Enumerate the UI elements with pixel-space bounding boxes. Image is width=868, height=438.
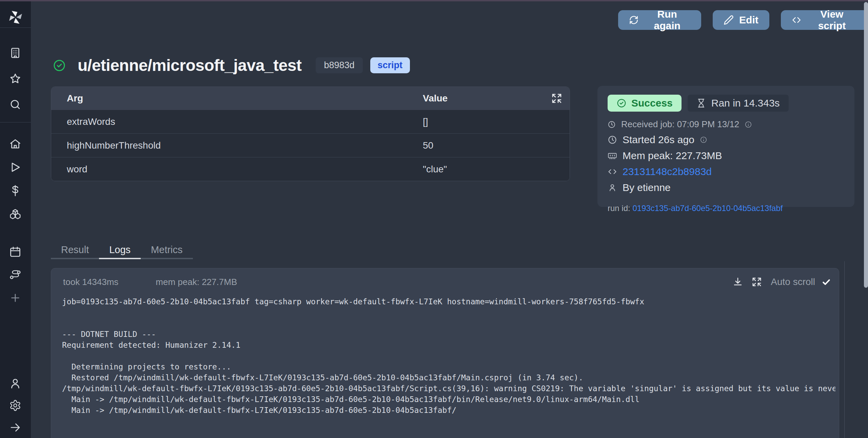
hash-badge: b8983d: [316, 57, 362, 73]
resources-boxes-icon[interactable]: [9, 208, 21, 220]
favorites-star-icon[interactable]: [9, 73, 21, 85]
clock-icon: [608, 135, 617, 145]
add-plus-icon[interactable]: [9, 292, 21, 304]
mem-peak-row: Mem peak: 227.73MB: [608, 150, 844, 161]
user-icon[interactable]: [9, 377, 21, 389]
status-card: Success Ran in 14.343s Received job: 07:…: [597, 86, 854, 207]
runs-play-icon[interactable]: [9, 161, 21, 173]
log-took: took 14343ms: [63, 277, 118, 287]
sidebar: [0, 1, 31, 438]
arg-value: []: [423, 116, 570, 127]
run-id-row: run id: 0193c135-ab7d-60e5-2b10-04b5ac13…: [608, 204, 844, 213]
received-row: Received job: 07:09 PM 13/12: [608, 119, 844, 130]
sidebar-divider: [0, 27, 31, 28]
run-again-button[interactable]: Run again: [618, 10, 701, 30]
expand-table-icon[interactable]: [551, 93, 562, 104]
page-scrollbar[interactable]: [864, 2, 868, 288]
table-row: word "clue": [51, 157, 570, 181]
log-header: took 14343ms mem peak: 227.7MB Auto scro…: [51, 268, 839, 287]
code-icon: [608, 167, 617, 176]
auto-scroll-label: Auto scroll: [771, 277, 815, 287]
run-again-label: Run again: [644, 8, 690, 32]
tab-result[interactable]: Result: [51, 242, 99, 259]
status-badge: Success: [608, 95, 682, 112]
info-icon[interactable]: [745, 121, 752, 128]
result-tabs: Result Logs Metrics: [51, 242, 193, 259]
script-hash-row: 23131148c2b8983d: [608, 166, 844, 177]
tab-metrics[interactable]: Metrics: [141, 242, 193, 259]
windmill-logo[interactable]: [8, 10, 23, 24]
arg-value: "clue": [423, 164, 570, 175]
window-top-strip: [0, 0, 868, 1]
pencil-icon: [724, 15, 734, 25]
variables-dollar-icon[interactable]: [9, 185, 21, 197]
duration-chip: Ran in 14.343s: [688, 95, 789, 112]
memory-icon: [608, 151, 617, 160]
check-circle-icon: [616, 98, 627, 108]
workers-route-icon[interactable]: [9, 269, 21, 281]
auto-scroll-toggle[interactable]: Auto scroll: [771, 277, 831, 287]
table-row: highNumberThreshold 50: [51, 133, 570, 157]
script-kind-badge: script: [370, 57, 410, 73]
col-arg: Arg: [51, 93, 423, 104]
info-icon[interactable]: [700, 136, 707, 144]
edit-label: Edit: [739, 14, 758, 26]
run-id-link[interactable]: 0193c135-ab7d-60e5-2b10-04b5ac13fabf: [632, 204, 783, 213]
check-icon: [821, 277, 831, 287]
refresh-icon: [629, 15, 638, 25]
success-check-icon: [53, 59, 66, 72]
arg-value: 50: [423, 140, 570, 151]
log-output[interactable]: job=0193c135-ab7d-60e5-2b10-04b5ac13fabf…: [62, 296, 835, 438]
download-icon[interactable]: [733, 277, 743, 287]
run-id-label: run id:: [608, 204, 632, 213]
sidebar-divider: [0, 122, 31, 122]
content-edge-divider: [844, 261, 845, 438]
started-row: Started 26s ago: [608, 134, 844, 146]
home-icon[interactable]: [9, 138, 21, 150]
by-row: By etienne: [608, 182, 844, 193]
toolbar: Run again Edit View script: [618, 10, 868, 30]
tab-logs[interactable]: Logs: [99, 242, 141, 259]
col-value: Value: [423, 93, 570, 104]
edit-button[interactable]: Edit: [713, 10, 769, 30]
args-table: Arg Value extraWords [] highNumberThresh…: [51, 87, 570, 181]
script-hash-link[interactable]: 23131148c2b8983d: [623, 166, 712, 177]
workspace-icon[interactable]: [9, 47, 21, 59]
arg-name: highNumberThreshold: [51, 140, 423, 151]
view-script-button[interactable]: View script: [781, 10, 868, 30]
code-icon: [792, 15, 801, 25]
table-row: extraWords []: [51, 110, 570, 133]
expand-log-icon[interactable]: [752, 277, 762, 287]
settings-gear-icon[interactable]: [9, 399, 21, 412]
job-header: u/etienne/microsoft_java_test b8983d scr…: [53, 56, 410, 75]
schedules-calendar-icon[interactable]: [9, 246, 21, 258]
person-icon: [608, 183, 617, 192]
arg-name: word: [51, 164, 423, 175]
clock-icon: [608, 120, 616, 129]
search-icon[interactable]: [9, 98, 21, 111]
arg-name: extraWords: [51, 116, 423, 127]
hourglass-icon: [696, 98, 706, 108]
log-panel: took 14343ms mem peak: 227.7MB Auto scro…: [51, 268, 839, 438]
view-script-label: View script: [807, 8, 857, 32]
args-table-header: Arg Value: [51, 87, 570, 110]
collapse-arrow-icon[interactable]: [9, 421, 21, 434]
log-mem-peak: mem peak: 227.7MB: [156, 277, 237, 287]
page-title: u/etienne/microsoft_java_test: [78, 56, 301, 75]
